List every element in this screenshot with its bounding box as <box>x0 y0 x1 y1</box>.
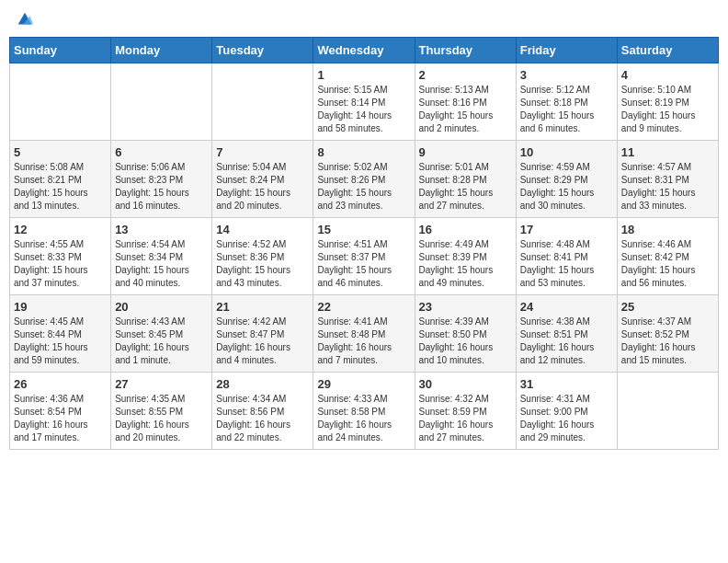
day-number: 30 <box>419 377 512 391</box>
day-number: 10 <box>520 145 613 159</box>
day-info: Sunrise: 5:02 AM Sunset: 8:26 PM Dayligh… <box>317 161 410 213</box>
calendar-header-row: SundayMondayTuesdayWednesdayThursdayFrid… <box>10 38 719 63</box>
day-number: 8 <box>317 145 410 159</box>
day-number: 16 <box>419 223 512 236</box>
day-number: 17 <box>520 223 613 236</box>
day-number: 6 <box>115 145 208 159</box>
day-info: Sunrise: 5:06 AM Sunset: 8:23 PM Dayligh… <box>115 161 208 213</box>
day-number: 4 <box>621 68 714 82</box>
calendar-header-wednesday: Wednesday <box>313 38 415 63</box>
logo-icon <box>15 9 35 29</box>
day-info: Sunrise: 5:08 AM Sunset: 8:21 PM Dayligh… <box>14 161 107 213</box>
day-number: 29 <box>317 377 410 391</box>
calendar-cell: 21Sunrise: 4:42 AM Sunset: 8:47 PM Dayli… <box>212 295 313 373</box>
day-info: Sunrise: 4:31 AM Sunset: 9:00 PM Dayligh… <box>520 393 613 444</box>
day-info: Sunrise: 4:45 AM Sunset: 8:44 PM Dayligh… <box>14 316 107 367</box>
day-info: Sunrise: 4:34 AM Sunset: 8:56 PM Dayligh… <box>216 393 309 444</box>
calendar-header-tuesday: Tuesday <box>212 38 313 63</box>
calendar-cell: 12Sunrise: 4:55 AM Sunset: 8:33 PM Dayli… <box>10 218 111 295</box>
day-info: Sunrise: 4:35 AM Sunset: 8:55 PM Dayligh… <box>115 393 208 444</box>
day-info: Sunrise: 4:41 AM Sunset: 8:48 PM Dayligh… <box>317 316 410 367</box>
day-number: 27 <box>115 377 208 391</box>
calendar-cell: 24Sunrise: 4:38 AM Sunset: 8:51 PM Dayli… <box>516 295 617 373</box>
day-info: Sunrise: 5:04 AM Sunset: 8:24 PM Dayligh… <box>216 161 309 213</box>
day-info: Sunrise: 4:46 AM Sunset: 8:42 PM Dayligh… <box>621 238 714 290</box>
calendar-cell: 8Sunrise: 5:02 AM Sunset: 8:26 PM Daylig… <box>313 141 415 218</box>
day-info: Sunrise: 4:54 AM Sunset: 8:34 PM Dayligh… <box>115 238 208 290</box>
day-info: Sunrise: 4:57 AM Sunset: 8:31 PM Dayligh… <box>621 161 714 213</box>
calendar-cell: 10Sunrise: 4:59 AM Sunset: 8:29 PM Dayli… <box>516 141 617 218</box>
calendar-week-4: 19Sunrise: 4:45 AM Sunset: 8:44 PM Dayli… <box>10 295 719 373</box>
calendar-cell: 16Sunrise: 4:49 AM Sunset: 8:39 PM Dayli… <box>415 218 516 295</box>
day-info: Sunrise: 5:10 AM Sunset: 8:19 PM Dayligh… <box>621 84 714 135</box>
day-number: 5 <box>14 145 107 159</box>
day-info: Sunrise: 4:42 AM Sunset: 8:47 PM Dayligh… <box>216 316 309 367</box>
day-info: Sunrise: 4:32 AM Sunset: 8:59 PM Dayligh… <box>419 393 512 444</box>
day-number: 23 <box>419 300 512 314</box>
calendar-week-2: 5Sunrise: 5:08 AM Sunset: 8:21 PM Daylig… <box>10 141 719 218</box>
day-number: 3 <box>520 68 613 82</box>
day-number: 19 <box>14 300 107 314</box>
calendar-cell <box>10 63 111 141</box>
day-number: 28 <box>216 377 309 391</box>
calendar-cell: 31Sunrise: 4:31 AM Sunset: 9:00 PM Dayli… <box>516 373 617 450</box>
day-number: 31 <box>520 377 613 391</box>
calendar-cell: 3Sunrise: 5:12 AM Sunset: 8:18 PM Daylig… <box>516 63 617 141</box>
day-info: Sunrise: 4:49 AM Sunset: 8:39 PM Dayligh… <box>419 238 512 290</box>
day-info: Sunrise: 4:48 AM Sunset: 8:41 PM Dayligh… <box>520 238 613 290</box>
day-number: 21 <box>216 300 309 314</box>
calendar-cell: 2Sunrise: 5:13 AM Sunset: 8:16 PM Daylig… <box>415 63 516 141</box>
day-info: Sunrise: 4:36 AM Sunset: 8:54 PM Dayligh… <box>14 393 107 444</box>
day-number: 13 <box>115 223 208 236</box>
logo <box>13 9 35 29</box>
page-header <box>9 9 719 29</box>
day-number: 20 <box>115 300 208 314</box>
calendar-cell: 17Sunrise: 4:48 AM Sunset: 8:41 PM Dayli… <box>516 218 617 295</box>
calendar-cell: 28Sunrise: 4:34 AM Sunset: 8:56 PM Dayli… <box>212 373 313 450</box>
calendar-week-3: 12Sunrise: 4:55 AM Sunset: 8:33 PM Dayli… <box>10 218 719 295</box>
calendar-week-5: 26Sunrise: 4:36 AM Sunset: 8:54 PM Dayli… <box>10 373 719 450</box>
calendar-cell: 15Sunrise: 4:51 AM Sunset: 8:37 PM Dayli… <box>313 218 415 295</box>
day-info: Sunrise: 4:37 AM Sunset: 8:52 PM Dayligh… <box>621 316 714 367</box>
calendar-cell: 11Sunrise: 4:57 AM Sunset: 8:31 PM Dayli… <box>617 141 718 218</box>
day-info: Sunrise: 4:52 AM Sunset: 8:36 PM Dayligh… <box>216 238 309 290</box>
day-number: 12 <box>14 223 107 236</box>
calendar-cell <box>111 63 212 141</box>
day-info: Sunrise: 4:59 AM Sunset: 8:29 PM Dayligh… <box>520 161 613 213</box>
calendar-cell <box>212 63 313 141</box>
day-info: Sunrise: 5:01 AM Sunset: 8:28 PM Dayligh… <box>419 161 512 213</box>
day-number: 14 <box>216 223 309 236</box>
day-info: Sunrise: 4:33 AM Sunset: 8:58 PM Dayligh… <box>317 393 410 444</box>
day-number: 1 <box>317 68 410 82</box>
calendar-header-thursday: Thursday <box>415 38 516 63</box>
day-number: 15 <box>317 223 410 236</box>
calendar-cell: 5Sunrise: 5:08 AM Sunset: 8:21 PM Daylig… <box>10 141 111 218</box>
calendar-header-friday: Friday <box>516 38 617 63</box>
calendar-cell: 29Sunrise: 4:33 AM Sunset: 8:58 PM Dayli… <box>313 373 415 450</box>
calendar-header-monday: Monday <box>111 38 212 63</box>
day-number: 18 <box>621 223 714 236</box>
calendar-cell: 6Sunrise: 5:06 AM Sunset: 8:23 PM Daylig… <box>111 141 212 218</box>
calendar-cell <box>617 373 718 450</box>
day-number: 2 <box>419 68 512 82</box>
calendar-cell: 27Sunrise: 4:35 AM Sunset: 8:55 PM Dayli… <box>111 373 212 450</box>
calendar-cell: 9Sunrise: 5:01 AM Sunset: 8:28 PM Daylig… <box>415 141 516 218</box>
calendar-week-1: 1Sunrise: 5:15 AM Sunset: 8:14 PM Daylig… <box>10 63 719 141</box>
calendar-cell: 1Sunrise: 5:15 AM Sunset: 8:14 PM Daylig… <box>313 63 415 141</box>
day-info: Sunrise: 5:12 AM Sunset: 8:18 PM Dayligh… <box>520 84 613 135</box>
calendar-cell: 22Sunrise: 4:41 AM Sunset: 8:48 PM Dayli… <box>313 295 415 373</box>
calendar-cell: 30Sunrise: 4:32 AM Sunset: 8:59 PM Dayli… <box>415 373 516 450</box>
calendar-cell: 19Sunrise: 4:45 AM Sunset: 8:44 PM Dayli… <box>10 295 111 373</box>
day-info: Sunrise: 4:39 AM Sunset: 8:50 PM Dayligh… <box>419 316 512 367</box>
calendar-cell: 14Sunrise: 4:52 AM Sunset: 8:36 PM Dayli… <box>212 218 313 295</box>
day-number: 25 <box>621 300 714 314</box>
day-info: Sunrise: 5:13 AM Sunset: 8:16 PM Dayligh… <box>419 84 512 135</box>
day-number: 7 <box>216 145 309 159</box>
day-info: Sunrise: 4:55 AM Sunset: 8:33 PM Dayligh… <box>14 238 107 290</box>
day-info: Sunrise: 4:38 AM Sunset: 8:51 PM Dayligh… <box>520 316 613 367</box>
calendar-table: SundayMondayTuesdayWednesdayThursdayFrid… <box>9 37 719 450</box>
calendar-cell: 4Sunrise: 5:10 AM Sunset: 8:19 PM Daylig… <box>617 63 718 141</box>
day-info: Sunrise: 5:15 AM Sunset: 8:14 PM Dayligh… <box>317 84 410 135</box>
calendar-cell: 23Sunrise: 4:39 AM Sunset: 8:50 PM Dayli… <box>415 295 516 373</box>
calendar-cell: 26Sunrise: 4:36 AM Sunset: 8:54 PM Dayli… <box>10 373 111 450</box>
